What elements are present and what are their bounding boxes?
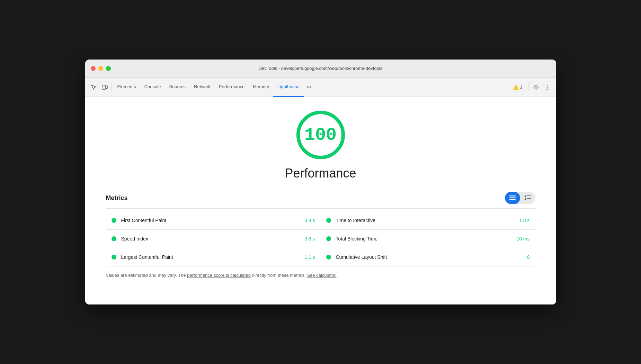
svg-rect-8	[509, 199, 516, 200]
svg-point-5	[546, 89, 547, 90]
warning-badge[interactable]: ⚠️ 1	[510, 83, 525, 91]
metric-value-tti: 1.8 s	[519, 218, 529, 223]
list-view-button[interactable]	[520, 192, 535, 204]
metric-name-lcp: Largest Contentful Paint	[121, 254, 299, 260]
score-circle: 100	[296, 111, 345, 159]
devtools-window: DevTools - developers.google.com/web/too…	[85, 60, 556, 304]
metric-name-si: Speed Index	[121, 236, 299, 242]
metric-row-tbt: Total Blocking Time 10 ms	[321, 230, 535, 248]
svg-rect-10	[527, 195, 531, 196]
score-label: Performance	[285, 166, 356, 181]
svg-rect-7	[509, 198, 516, 199]
device-toggle-button[interactable]	[99, 82, 110, 93]
tab-lighthouse[interactable]: Lighthouse	[273, 78, 304, 97]
metric-name-tbt: Total Blocking Time	[336, 236, 511, 242]
metric-value-si: 0.8 s	[304, 236, 315, 242]
svg-rect-6	[509, 195, 516, 197]
metrics-grid: First Contentful Paint 0.8 s Time to Int…	[106, 211, 535, 266]
more-options-button[interactable]	[542, 82, 552, 92]
metric-name-tti: Time to Interactive	[336, 218, 514, 223]
svg-rect-12	[527, 198, 531, 199]
metric-dot-tbt	[326, 236, 331, 241]
metric-dot-fcp	[112, 218, 116, 223]
svg-rect-11	[525, 198, 526, 200]
metrics-divider-bottom	[106, 266, 535, 266]
tab-divider-2	[528, 83, 528, 91]
performance-score-link[interactable]: performance score is calculated	[187, 273, 251, 278]
settings-button[interactable]	[531, 82, 541, 92]
view-toggle	[505, 192, 535, 204]
tab-performance[interactable]: Performance	[215, 78, 249, 97]
metric-dot-si	[112, 236, 116, 241]
tab-console[interactable]: Console	[140, 78, 165, 97]
more-tabs-button[interactable]: >>	[304, 78, 314, 97]
tab-sources[interactable]: Sources	[165, 78, 190, 97]
devtools-tabs-bar: Elements Console Sources Network Perform…	[85, 78, 556, 97]
score-container: 100 Performance	[106, 111, 535, 181]
metric-value-fcp: 0.8 s	[304, 218, 315, 223]
svg-rect-0	[102, 85, 106, 89]
score-value: 100	[304, 125, 337, 145]
metric-row-fcp: First Contentful Paint 0.8 s	[106, 211, 321, 230]
metric-dot-tti	[326, 218, 331, 223]
metrics-section: Metrics	[106, 192, 535, 279]
tab-elements[interactable]: Elements	[113, 78, 140, 97]
metrics-header: Metrics	[106, 192, 535, 204]
svg-rect-9	[525, 195, 526, 197]
svg-rect-1	[106, 86, 107, 89]
traffic-lights	[91, 66, 111, 71]
tab-network[interactable]: Network	[190, 78, 215, 97]
metric-name-cls: Cumulative Layout Shift	[336, 254, 522, 260]
svg-point-3	[546, 84, 547, 85]
tab-memory[interactable]: Memory	[249, 78, 273, 97]
metrics-title: Metrics	[106, 194, 128, 202]
window-title: DevTools - developers.google.com/web/too…	[259, 66, 383, 71]
metric-value-tbt: 10 ms	[516, 236, 529, 242]
metric-dot-lcp	[112, 255, 116, 260]
main-content: 100 Performance Metrics	[85, 97, 556, 304]
tab-actions: ⚠️ 1	[510, 82, 552, 92]
warning-icon: ⚠️	[513, 84, 519, 90]
metric-name-fcp: First Contentful Paint	[121, 218, 299, 223]
metric-row-tti: Time to Interactive 1.8 s	[321, 211, 535, 230]
metric-dot-cls	[326, 255, 331, 260]
svg-point-4	[546, 87, 547, 88]
calculator-link[interactable]: See calculator.	[307, 273, 336, 278]
minimize-button[interactable]	[98, 66, 103, 71]
grid-view-button[interactable]	[505, 192, 520, 204]
metrics-divider-top	[106, 208, 535, 209]
inspect-tool-button[interactable]	[88, 82, 99, 93]
maximize-button[interactable]	[106, 66, 111, 71]
metric-value-cls: 0	[527, 254, 530, 260]
svg-point-2	[535, 86, 537, 88]
tab-divider-1	[112, 83, 112, 91]
metric-row-si: Speed Index 0.8 s	[106, 230, 321, 248]
metric-row-cls: Cumulative Layout Shift 0	[321, 248, 535, 266]
metric-row-lcp: Largest Contentful Paint 1.1 s	[106, 248, 321, 266]
metrics-footer: Values are estimated and may vary. The p…	[106, 272, 535, 279]
close-button[interactable]	[91, 66, 96, 71]
titlebar: DevTools - developers.google.com/web/too…	[85, 60, 556, 78]
metric-value-lcp: 1.1 s	[304, 254, 315, 260]
